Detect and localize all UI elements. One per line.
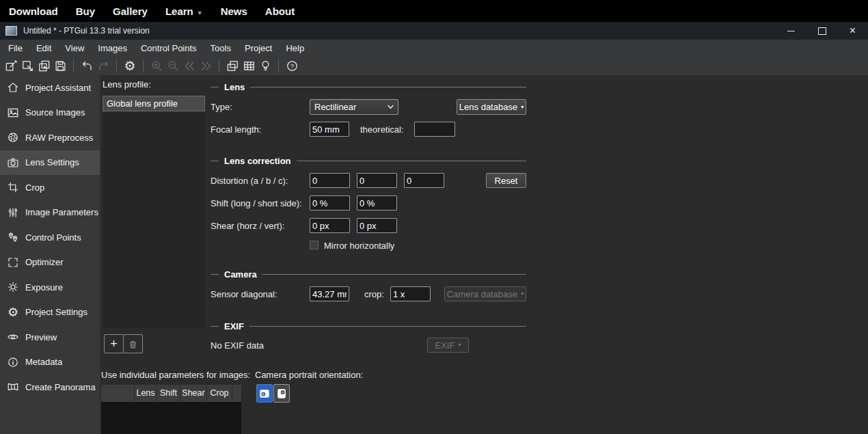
sidebar-item-control-points[interactable]: Control Points bbox=[0, 225, 100, 250]
nav-learn[interactable]: Learn▼ bbox=[165, 5, 203, 17]
save-as-button[interactable] bbox=[36, 57, 52, 74]
close-button[interactable]: × bbox=[837, 22, 868, 40]
shift-long-input[interactable] bbox=[310, 195, 350, 211]
sidebar-item-optimizer[interactable]: Optimizer bbox=[0, 250, 100, 275]
sensor-diagonal-input[interactable] bbox=[310, 286, 349, 301]
redo-button bbox=[95, 57, 111, 74]
use-individual-parameters-label: Use individual parameters for images: bbox=[101, 370, 250, 380]
exif-button: EXIF▾ bbox=[427, 338, 469, 353]
help-button[interactable]: ? bbox=[284, 57, 300, 74]
lens-section-header: Lens bbox=[211, 82, 526, 92]
sidebar-item-lens-settings[interactable]: Lens Settings bbox=[0, 150, 100, 176]
minimize-button[interactable] bbox=[776, 22, 806, 40]
shear-label: Shear (horz / vert): bbox=[211, 221, 284, 231]
new-project-button[interactable] bbox=[3, 57, 19, 74]
orientation-portrait-button[interactable] bbox=[273, 384, 290, 403]
zoom-out-button bbox=[165, 57, 181, 74]
crop-label: crop: bbox=[364, 289, 384, 299]
save-button[interactable] bbox=[52, 57, 68, 74]
open-project-button[interactable] bbox=[19, 57, 36, 74]
undo-icon bbox=[81, 59, 94, 72]
menu-tools[interactable]: Tools bbox=[204, 41, 238, 55]
chevron-down-icon bbox=[388, 105, 394, 109]
zoom-out-icon bbox=[167, 59, 180, 72]
sidebar-item-create-panorama[interactable]: Create Panorama bbox=[0, 375, 100, 400]
orientation-landscape-button[interactable] bbox=[256, 384, 273, 403]
sidebar-item-crop[interactable]: Crop bbox=[0, 175, 100, 200]
new-project-icon bbox=[5, 59, 18, 72]
distortion-b-input[interactable] bbox=[357, 173, 397, 188]
table-header-crop: Crop bbox=[207, 385, 232, 402]
maximize-button[interactable] bbox=[806, 22, 837, 40]
nav-learn-label: Learn bbox=[165, 5, 193, 17]
distortion-c-input[interactable] bbox=[404, 173, 444, 188]
detail-viewer-button[interactable] bbox=[241, 57, 257, 74]
sidebar-item-image-parameters[interactable]: Image Parameters bbox=[0, 200, 100, 226]
theoretical-label: theoretical: bbox=[360, 124, 404, 135]
numbers-button[interactable] bbox=[257, 57, 273, 74]
nav-buy[interactable]: Buy bbox=[76, 5, 95, 17]
shift-short-input[interactable] bbox=[357, 195, 397, 211]
reset-button[interactable]: Reset bbox=[486, 173, 526, 188]
redo-icon bbox=[97, 59, 110, 72]
app-icon bbox=[5, 26, 17, 36]
menu-file[interactable]: File bbox=[1, 41, 29, 55]
images-icon bbox=[6, 106, 20, 120]
help-icon: ? bbox=[286, 59, 299, 72]
theoretical-input[interactable] bbox=[414, 122, 455, 137]
settings-button[interactable]: ⚙ bbox=[122, 57, 138, 74]
table-header-shift: Shift bbox=[157, 385, 180, 402]
panorama-editor-button[interactable] bbox=[224, 57, 241, 74]
sidebar-item-metadata[interactable]: Metadata bbox=[0, 350, 100, 375]
step-forward-button bbox=[198, 57, 214, 74]
crop-icon bbox=[6, 180, 20, 194]
lens-profile-list[interactable]: Global lens profile bbox=[103, 96, 205, 328]
sidebar-item-exposure[interactable]: Exposure bbox=[0, 275, 100, 300]
mirror-horizontally-label: Mirror horizontally bbox=[324, 241, 394, 251]
lens-profile-item[interactable]: Global lens profile bbox=[103, 96, 205, 111]
menu-help[interactable]: Help bbox=[279, 41, 311, 55]
nav-about[interactable]: About bbox=[265, 5, 295, 17]
nav-news[interactable]: News bbox=[221, 5, 247, 17]
sidebar-item-project-assistant[interactable]: Project Assistant bbox=[0, 75, 100, 100]
nav-gallery[interactable]: Gallery bbox=[113, 5, 148, 17]
table-header-filler bbox=[232, 385, 241, 402]
menu-view[interactable]: View bbox=[58, 41, 91, 55]
camera-portrait-icon bbox=[275, 387, 288, 401]
shift-label: Shift (long / short side): bbox=[211, 198, 302, 208]
info-icon bbox=[6, 355, 20, 369]
mirror-horizontally-checkbox[interactable] bbox=[310, 241, 318, 249]
sidebar-item-source-images[interactable]: Source Images bbox=[0, 100, 100, 126]
panorama-icon bbox=[6, 380, 20, 394]
lens-type-dropdown[interactable]: Rectilinear bbox=[310, 99, 398, 115]
sidebar-item-raw-preprocess[interactable]: RAW Preprocess bbox=[0, 125, 100, 150]
lens-database-button[interactable]: Lens database▾ bbox=[457, 99, 526, 115]
optimize-arrows-icon bbox=[6, 256, 20, 269]
distortion-label: Distortion (a / b / c): bbox=[211, 176, 288, 186]
undo-button[interactable] bbox=[79, 57, 95, 74]
crop-factor-input[interactable] bbox=[390, 286, 431, 301]
distortion-a-input[interactable] bbox=[310, 173, 350, 188]
focal-length-input[interactable] bbox=[310, 122, 349, 137]
window-title: Untitled * - PTGui 13.3 trial version bbox=[23, 26, 150, 36]
menu-edit[interactable]: Edit bbox=[29, 41, 58, 55]
toolbar-separator bbox=[143, 59, 144, 72]
toolbar-separator bbox=[219, 59, 219, 72]
menu-control-points[interactable]: Control Points bbox=[134, 41, 204, 55]
panorama-editor-icon bbox=[226, 59, 239, 72]
table-header-shear: Shear bbox=[180, 385, 207, 402]
gear-icon: ⚙ bbox=[6, 306, 20, 319]
grid-icon bbox=[243, 59, 256, 72]
menu-project[interactable]: Project bbox=[238, 41, 279, 55]
nav-download[interactable]: Download bbox=[9, 5, 58, 17]
sidebar-item-preview[interactable]: Preview bbox=[0, 325, 100, 350]
home-icon bbox=[6, 81, 20, 94]
add-profile-button[interactable]: + bbox=[104, 334, 124, 353]
shear-vert-input[interactable] bbox=[357, 218, 397, 233]
menu-images[interactable]: Images bbox=[91, 41, 134, 55]
table-body[interactable] bbox=[101, 402, 241, 434]
double-chevron-right-icon bbox=[200, 59, 213, 72]
ptgui-window: Download Buy Gallery Learn▼ News About U… bbox=[0, 0, 868, 434]
shear-horz-input[interactable] bbox=[310, 218, 350, 233]
sidebar-item-project-settings[interactable]: ⚙ Project Settings bbox=[0, 300, 100, 325]
